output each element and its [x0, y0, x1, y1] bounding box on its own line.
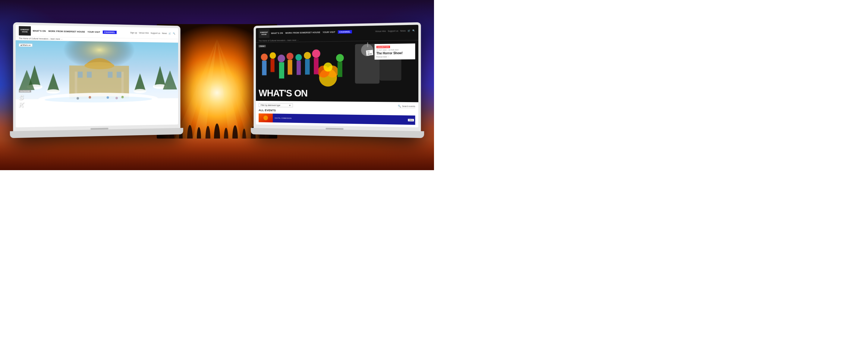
right-channel-badge[interactable]: CHANNEL: [338, 30, 352, 34]
svg-rect-28: [87, 72, 92, 78]
right-nav-right: Venue Hire Support us News 🛒 🔍: [375, 30, 415, 33]
svg-rect-55: [271, 59, 275, 72]
free-badge: FREE: [408, 119, 414, 122]
svg-rect-53: [262, 61, 267, 75]
filter-dropdown[interactable]: Filter by date/event type ▼: [258, 103, 293, 107]
svg-rect-63: [305, 59, 310, 75]
right-nav-visit[interactable]: YOUR VISIT: [323, 31, 336, 33]
left-cart-icon[interactable]: 🛒: [168, 32, 171, 35]
left-nav-work[interactable]: WORK FROM SOMERSET HOUSE: [48, 30, 85, 33]
left-logo: SOMERSET HOUSE: [19, 26, 31, 36]
svg-rect-74: [314, 58, 318, 74]
search-bar: 🔍 Search events: [398, 105, 415, 108]
svg-rect-76: [338, 62, 342, 77]
left-hero-text: OUTDOOR S K: [16, 84, 178, 112]
left-whats-on-tag: ◀ What's on: [19, 43, 32, 47]
left-news[interactable]: News: [162, 32, 167, 34]
left-screen: SOMERSET HOUSE WHAT'S ON WORK FROM SOMER…: [16, 25, 178, 127]
right-nav-whats-on[interactable]: WHAT'S ON: [271, 32, 283, 35]
left-nav-visit[interactable]: YOUR VISIT: [87, 31, 100, 33]
svg-point-58: [287, 53, 293, 60]
exhibition-title: The Horror Show!: [376, 51, 413, 56]
right-search-icon[interactable]: 🔍: [412, 30, 415, 32]
digital-commission-badge: DIGITAL COMMISSION: [274, 117, 292, 120]
right-laptop: SOMERSET HOUSE WHAT'S ON WORK FROM SOMER…: [253, 22, 421, 137]
svg-rect-59: [287, 60, 292, 75]
event-card[interactable]: DIGITAL COMMISSION FREE: [258, 113, 415, 125]
left-signup[interactable]: Sign up: [130, 32, 137, 34]
left-venue-hire[interactable]: Venue Hire: [139, 32, 149, 34]
hero-title: S K: [19, 93, 175, 109]
search-icon: 🔍: [398, 105, 401, 107]
event-card-image: [258, 113, 273, 123]
left-laptop: SOMERSET HOUSE WHAT'S ON WORK FROM SOMER…: [13, 22, 180, 137]
whats-on-title: WHAT'S ON: [258, 88, 307, 99]
left-nav-right: Sign up Venue Hire Support us News 🛒 🔍: [130, 31, 176, 35]
svg-rect-57: [279, 62, 284, 78]
right-nav-work[interactable]: WORK FROM SOMERSET HOUSE: [285, 31, 320, 34]
svg-point-56: [278, 55, 285, 62]
filter-bar: Filter by date/event type ▼ 🔍 Search eve…: [258, 103, 415, 109]
right-venue-hire[interactable]: Venue Hire: [375, 30, 386, 33]
left-channel-badge[interactable]: CHANNEL: [103, 30, 117, 34]
im-dead-sign: I'mDEAD: [366, 50, 373, 56]
right-hero: I'mDEAD Home EXHIBITION 27 OCT 2022 – 19…: [256, 40, 418, 102]
exhibition-card: EXHIBITION 27 OCT 2022 – 19 FEB 2023 The…: [375, 43, 415, 60]
left-nav-whats-on[interactable]: WHAT'S ON: [33, 30, 46, 32]
svg-rect-30: [117, 72, 121, 78]
right-support-us[interactable]: Support us: [388, 30, 398, 32]
laptops-container: SOMERSET HOUSE WHAT'S ON WORK FROM SOMER…: [0, 0, 434, 170]
right-screen: SOMERSET HOUSE WHAT'S ON WORK FROM SOMER…: [256, 25, 418, 127]
svg-rect-29: [108, 72, 113, 78]
exhibition-dates: 27 OCT 2022 – 19 FEB 2023: [376, 49, 413, 51]
exhibition-link[interactable]: Find out more →: [376, 56, 413, 58]
right-logo: SOMERSET HOUSE: [258, 29, 270, 38]
svg-point-60: [296, 54, 302, 61]
all-events-heading: ALL EVENTS: [258, 109, 415, 113]
filter-chevron-icon: ▼: [289, 104, 291, 107]
svg-point-52: [261, 54, 268, 61]
left-hero: ◀ What's on OUTDOOR S K: [16, 40, 178, 112]
right-news[interactable]: News: [400, 30, 406, 32]
right-nav-links: WHAT'S ON WORK FROM SOMERSET HOUSE YOUR …: [271, 30, 352, 35]
whats-on-content: Filter by date/event type ▼ 🔍 Search eve…: [256, 101, 418, 127]
event-card-info: DIGITAL COMMISSION FREE: [273, 113, 415, 125]
search-placeholder[interactable]: Search events: [402, 105, 415, 107]
exhibition-badge: EXHIBITION: [376, 45, 390, 48]
svg-point-75: [336, 54, 344, 62]
left-search-icon[interactable]: 🔍: [173, 32, 175, 35]
home-breadcrumb[interactable]: Home: [258, 45, 266, 47]
svg-rect-61: [297, 61, 301, 75]
right-cart-icon[interactable]: 🛒: [407, 30, 410, 32]
svg-rect-27: [78, 72, 83, 78]
svg-rect-70: [367, 42, 368, 47]
left-nav-links: WHAT'S ON WORK FROM SOMERSET HOUSE YOUR …: [33, 29, 117, 34]
event-card-header: DIGITAL COMMISSION FREE: [274, 117, 414, 122]
svg-point-67: [324, 62, 333, 71]
left-support-us[interactable]: Support us: [150, 32, 160, 34]
outdoor-badge: OUTDOOR: [19, 90, 31, 92]
